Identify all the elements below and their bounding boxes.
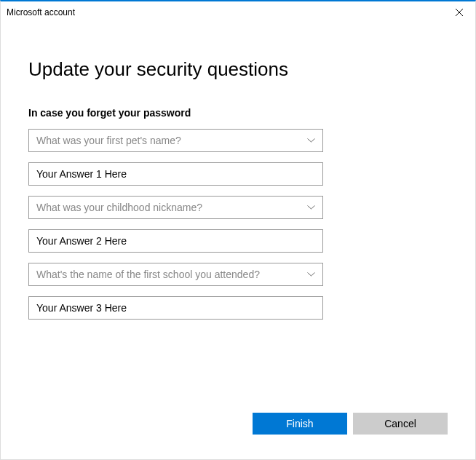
question-group-1: What was your first pet's name? <box>28 129 323 186</box>
page-title: Update your security questions <box>28 58 448 81</box>
question-group-2: What was your childhood nickname? <box>28 196 323 253</box>
question-group-3: What's the name of the first school you … <box>28 263 323 320</box>
close-button[interactable] <box>443 1 475 23</box>
select-value: What was your first pet's name? <box>36 135 181 146</box>
security-question-select-2[interactable]: What was your childhood nickname? <box>28 196 323 219</box>
select-value: What was your childhood nickname? <box>36 202 202 213</box>
security-answer-input-3[interactable] <box>28 296 323 320</box>
security-answer-input-1[interactable] <box>28 162 323 186</box>
finish-button[interactable]: Finish <box>253 413 347 435</box>
window-title: Microsoft account <box>7 7 75 17</box>
dialog-footer: Finish Cancel <box>253 413 448 435</box>
chevron-down-icon <box>306 203 315 212</box>
cancel-button[interactable]: Cancel <box>353 413 448 435</box>
chevron-down-icon <box>306 270 315 279</box>
security-question-select-1[interactable]: What was your first pet's name? <box>28 129 323 152</box>
security-answer-input-2[interactable] <box>28 229 323 253</box>
page-subtitle: In case you forget your password <box>28 107 448 119</box>
close-icon <box>456 9 463 16</box>
security-question-select-3[interactable]: What's the name of the first school you … <box>28 263 323 286</box>
select-value: What's the name of the first school you … <box>36 269 260 280</box>
dialog-content: Update your security questions In case y… <box>1 23 475 320</box>
chevron-down-icon <box>306 136 315 145</box>
titlebar: Microsoft account <box>1 1 475 23</box>
